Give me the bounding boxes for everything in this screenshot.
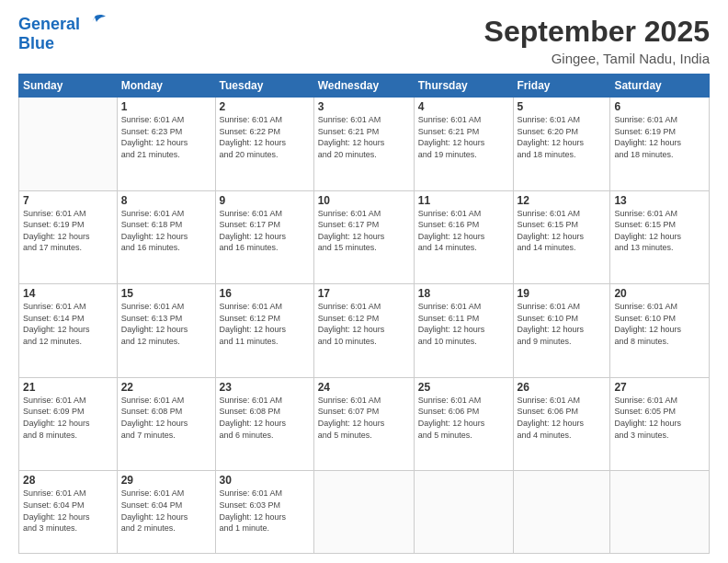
- calendar-week-row: 1Sunrise: 6:01 AM Sunset: 6:23 PM Daylig…: [19, 98, 710, 191]
- table-row: [313, 471, 414, 554]
- day-info: Sunrise: 6:01 AM Sunset: 6:13 PM Dayligh…: [121, 301, 211, 347]
- day-number: 2: [220, 100, 310, 113]
- table-row: 24Sunrise: 6:01 AM Sunset: 6:07 PM Dayli…: [313, 377, 414, 471]
- day-number: 5: [518, 100, 607, 113]
- calendar-week-row: 21Sunrise: 6:01 AM Sunset: 6:09 PM Dayli…: [19, 377, 710, 471]
- day-info: Sunrise: 6:01 AM Sunset: 6:15 PM Dayligh…: [614, 208, 705, 254]
- table-row: 28Sunrise: 6:01 AM Sunset: 6:04 PM Dayli…: [19, 471, 118, 554]
- table-row: 26Sunrise: 6:01 AM Sunset: 6:06 PM Dayli…: [513, 377, 610, 471]
- table-row: [513, 471, 610, 554]
- table-row: 14Sunrise: 6:01 AM Sunset: 6:14 PM Dayli…: [19, 284, 118, 378]
- table-row: [610, 471, 710, 554]
- table-row: 1Sunrise: 6:01 AM Sunset: 6:23 PM Daylig…: [117, 98, 215, 191]
- day-info: Sunrise: 6:01 AM Sunset: 6:08 PM Dayligh…: [121, 395, 211, 441]
- day-info: Sunrise: 6:01 AM Sunset: 6:20 PM Dayligh…: [518, 114, 607, 160]
- table-row: 25Sunrise: 6:01 AM Sunset: 6:06 PM Dayli…: [414, 377, 513, 471]
- day-number: 26: [518, 381, 607, 394]
- day-number: 20: [614, 287, 705, 300]
- day-info: Sunrise: 6:01 AM Sunset: 6:09 PM Dayligh…: [23, 395, 113, 441]
- col-tuesday: Tuesday: [215, 75, 313, 98]
- table-row: 30Sunrise: 6:01 AM Sunset: 6:03 PM Dayli…: [215, 471, 313, 554]
- day-info: Sunrise: 6:01 AM Sunset: 6:22 PM Dayligh…: [220, 114, 310, 160]
- calendar-week-row: 14Sunrise: 6:01 AM Sunset: 6:14 PM Dayli…: [19, 284, 710, 378]
- header: General Blue September 2025 Gingee, Tami…: [18, 15, 710, 66]
- day-number: 30: [220, 474, 310, 487]
- day-number: 10: [318, 194, 410, 207]
- day-info: Sunrise: 6:01 AM Sunset: 6:19 PM Dayligh…: [23, 208, 113, 254]
- logo-bird-icon: [82, 13, 108, 35]
- day-number: 21: [23, 381, 113, 394]
- calendar-week-row: 7Sunrise: 6:01 AM Sunset: 6:19 PM Daylig…: [19, 190, 710, 284]
- day-number: 29: [121, 474, 211, 487]
- day-number: 6: [614, 100, 705, 113]
- col-thursday: Thursday: [414, 75, 513, 98]
- table-row: 16Sunrise: 6:01 AM Sunset: 6:12 PM Dayli…: [215, 284, 313, 378]
- table-row: 23Sunrise: 6:01 AM Sunset: 6:08 PM Dayli…: [215, 377, 313, 471]
- day-number: 11: [418, 194, 509, 207]
- day-info: Sunrise: 6:01 AM Sunset: 6:17 PM Dayligh…: [318, 208, 410, 254]
- calendar-week-row: 28Sunrise: 6:01 AM Sunset: 6:04 PM Dayli…: [19, 471, 710, 554]
- logo-line2: Blue: [18, 35, 108, 53]
- day-info: Sunrise: 6:01 AM Sunset: 6:05 PM Dayligh…: [614, 395, 705, 441]
- day-info: Sunrise: 6:01 AM Sunset: 6:12 PM Dayligh…: [318, 301, 410, 347]
- day-info: Sunrise: 6:01 AM Sunset: 6:16 PM Dayligh…: [418, 208, 509, 254]
- day-info: Sunrise: 6:01 AM Sunset: 6:06 PM Dayligh…: [418, 395, 509, 441]
- day-number: 28: [23, 474, 113, 487]
- day-info: Sunrise: 6:01 AM Sunset: 6:06 PM Dayligh…: [518, 395, 607, 441]
- table-row: 8Sunrise: 6:01 AM Sunset: 6:18 PM Daylig…: [117, 190, 215, 284]
- day-number: 25: [418, 381, 509, 394]
- day-number: 7: [23, 194, 113, 207]
- day-info: Sunrise: 6:01 AM Sunset: 6:21 PM Dayligh…: [418, 114, 509, 160]
- col-sunday: Sunday: [19, 75, 118, 98]
- table-row: 6Sunrise: 6:01 AM Sunset: 6:19 PM Daylig…: [610, 98, 710, 191]
- table-row: [414, 471, 513, 554]
- day-number: 4: [418, 100, 509, 113]
- logo-line1: General: [18, 16, 80, 34]
- page: General Blue September 2025 Gingee, Tami…: [0, 0, 728, 563]
- day-number: 24: [318, 381, 410, 394]
- day-info: Sunrise: 6:01 AM Sunset: 6:17 PM Dayligh…: [220, 208, 310, 254]
- table-row: 22Sunrise: 6:01 AM Sunset: 6:08 PM Dayli…: [117, 377, 215, 471]
- col-saturday: Saturday: [610, 75, 710, 98]
- day-info: Sunrise: 6:01 AM Sunset: 6:15 PM Dayligh…: [518, 208, 607, 254]
- day-number: 3: [318, 100, 410, 113]
- table-row: 21Sunrise: 6:01 AM Sunset: 6:09 PM Dayli…: [19, 377, 118, 471]
- day-info: Sunrise: 6:01 AM Sunset: 6:21 PM Dayligh…: [318, 114, 410, 160]
- table-row: [19, 98, 118, 191]
- table-row: 4Sunrise: 6:01 AM Sunset: 6:21 PM Daylig…: [414, 98, 513, 191]
- month-title: September 2025: [484, 15, 710, 49]
- day-info: Sunrise: 6:01 AM Sunset: 6:04 PM Dayligh…: [23, 488, 113, 534]
- day-info: Sunrise: 6:01 AM Sunset: 6:12 PM Dayligh…: [220, 301, 310, 347]
- table-row: 11Sunrise: 6:01 AM Sunset: 6:16 PM Dayli…: [414, 190, 513, 284]
- day-info: Sunrise: 6:01 AM Sunset: 6:03 PM Dayligh…: [220, 488, 310, 534]
- day-number: 23: [220, 381, 310, 394]
- table-row: 2Sunrise: 6:01 AM Sunset: 6:22 PM Daylig…: [215, 98, 313, 191]
- day-info: Sunrise: 6:01 AM Sunset: 6:10 PM Dayligh…: [518, 301, 607, 347]
- day-info: Sunrise: 6:01 AM Sunset: 6:07 PM Dayligh…: [318, 395, 410, 441]
- table-row: 12Sunrise: 6:01 AM Sunset: 6:15 PM Dayli…: [513, 190, 610, 284]
- table-row: 17Sunrise: 6:01 AM Sunset: 6:12 PM Dayli…: [313, 284, 414, 378]
- table-row: 18Sunrise: 6:01 AM Sunset: 6:11 PM Dayli…: [414, 284, 513, 378]
- day-number: 22: [121, 381, 211, 394]
- table-row: 29Sunrise: 6:01 AM Sunset: 6:04 PM Dayli…: [117, 471, 215, 554]
- table-row: 3Sunrise: 6:01 AM Sunset: 6:21 PM Daylig…: [313, 98, 414, 191]
- weekday-header-row: Sunday Monday Tuesday Wednesday Thursday…: [19, 75, 710, 98]
- day-info: Sunrise: 6:01 AM Sunset: 6:10 PM Dayligh…: [614, 301, 705, 347]
- title-section: September 2025 Gingee, Tamil Nadu, India: [484, 15, 710, 66]
- table-row: 15Sunrise: 6:01 AM Sunset: 6:13 PM Dayli…: [117, 284, 215, 378]
- day-number: 13: [614, 194, 705, 207]
- day-number: 12: [518, 194, 607, 207]
- day-number: 27: [614, 381, 705, 394]
- day-number: 8: [121, 194, 211, 207]
- table-row: 13Sunrise: 6:01 AM Sunset: 6:15 PM Dayli…: [610, 190, 710, 284]
- day-number: 19: [518, 287, 607, 300]
- day-info: Sunrise: 6:01 AM Sunset: 6:14 PM Dayligh…: [23, 301, 113, 347]
- logo: General Blue: [18, 15, 108, 53]
- table-row: 7Sunrise: 6:01 AM Sunset: 6:19 PM Daylig…: [19, 190, 118, 284]
- day-number: 16: [220, 287, 310, 300]
- table-row: 9Sunrise: 6:01 AM Sunset: 6:17 PM Daylig…: [215, 190, 313, 284]
- day-info: Sunrise: 6:01 AM Sunset: 6:19 PM Dayligh…: [614, 114, 705, 160]
- day-info: Sunrise: 6:01 AM Sunset: 6:23 PM Dayligh…: [121, 114, 211, 160]
- location: Gingee, Tamil Nadu, India: [484, 51, 710, 66]
- table-row: 27Sunrise: 6:01 AM Sunset: 6:05 PM Dayli…: [610, 377, 710, 471]
